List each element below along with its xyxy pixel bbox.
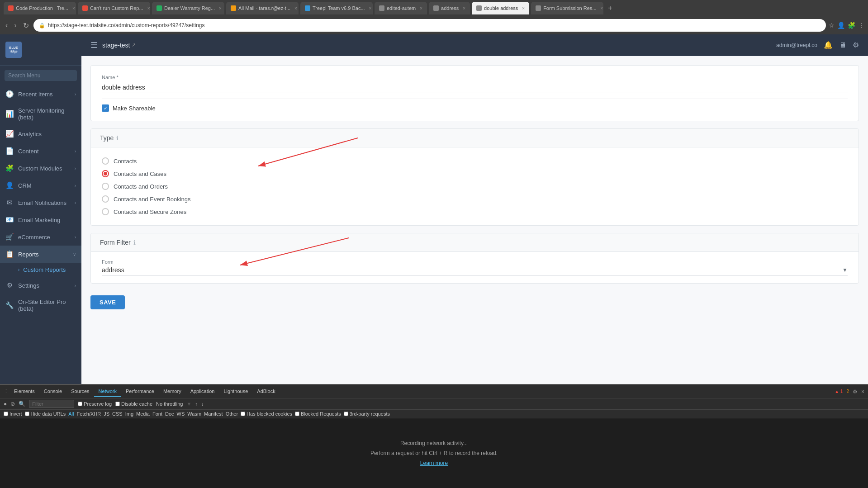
browser-tab-5[interactable]: Treepl Team v6.9 Bac... × (300, 2, 373, 14)
browser-tab-7[interactable]: address × (429, 2, 470, 14)
filter-media[interactable]: Media (136, 411, 150, 417)
radio-circle-contacts-cases[interactable] (102, 170, 109, 177)
form-filter-info-icon[interactable]: ℹ (133, 239, 136, 246)
browser-tab-3[interactable]: Dealer Warranty Reg... × (152, 2, 224, 14)
address-bar[interactable]: 🔒 https://stage-test.trialsite.co/admin/… (33, 19, 826, 32)
reload-button[interactable]: ↻ (21, 19, 31, 32)
sidebar-item-analytics[interactable]: 📈 Analytics (0, 125, 81, 142)
gear-icon[interactable]: ⚙ (853, 41, 859, 49)
search-menu-input[interactable] (5, 70, 77, 81)
filter-css[interactable]: CSS (112, 411, 123, 417)
browser-tab-8[interactable]: double address × (472, 2, 529, 14)
sidebar-item-on-site-editor[interactable]: 🔧 On-Site Editor Pro (beta) (0, 294, 81, 317)
devtools-tab-elements[interactable]: Elements (9, 387, 39, 397)
radio-circle-contacts-secure[interactable] (102, 208, 109, 215)
filter-all[interactable]: All (68, 411, 74, 417)
filter-doc[interactable]: Doc (165, 411, 174, 417)
display-icon[interactable]: 🖥 (839, 41, 846, 49)
hamburger-menu-icon[interactable]: ☰ (90, 40, 98, 50)
devtools-tab-adblock[interactable]: AdBlock (252, 387, 280, 397)
radio-item-contacts-orders[interactable]: Contacts and Orders (102, 180, 848, 193)
tab-close-3[interactable]: × (219, 6, 222, 11)
radio-item-contacts-cases[interactable]: Contacts and Cases (102, 167, 848, 180)
sidebar-item-ecommerce[interactable]: 🛒 eCommerce › (0, 228, 81, 246)
tab-close-6[interactable]: × (420, 6, 422, 11)
filter-invert[interactable]: Invert (4, 411, 22, 417)
extensions-icon[interactable]: 🧩 (848, 22, 855, 29)
filter-blocked-requests[interactable]: Blocked Requests (295, 411, 341, 417)
devtools-filter-input[interactable] (29, 400, 74, 408)
save-button[interactable]: SAVE (90, 295, 125, 309)
tab-close-5[interactable]: × (369, 6, 372, 11)
sidebar-item-settings[interactable]: ⚙ Settings › (0, 277, 81, 294)
devtools-search-icon[interactable]: 🔍 (19, 401, 25, 407)
devtools-dock-icon[interactable]: ⋮ (4, 389, 9, 394)
radio-circle-contacts[interactable] (102, 157, 109, 165)
filter-other[interactable]: Other (226, 411, 238, 417)
filter-ws[interactable]: WS (177, 411, 185, 417)
tab-close-4[interactable]: × (294, 6, 297, 11)
devtools-learn-more-link[interactable]: Learn more (420, 460, 448, 466)
radio-circle-contacts-event[interactable] (102, 195, 109, 203)
devtools-settings-icon[interactable]: ⚙ (853, 389, 858, 395)
devtools-clear-icon[interactable]: ⊘ (10, 401, 15, 407)
devtools-tab-network[interactable]: Network (94, 387, 121, 397)
sidebar-item-crm[interactable]: 👤 CRM › (0, 177, 81, 194)
sidebar-item-recent-items[interactable]: 🕐 Recent Items › (0, 85, 81, 103)
back-button[interactable]: ‹ (4, 19, 9, 31)
tab-close-1[interactable]: × (72, 6, 75, 11)
form-dropdown-arrow-icon[interactable]: ▼ (842, 267, 848, 273)
tab-close-9[interactable]: × (601, 6, 603, 11)
filter-fetch-xhr[interactable]: Fetch/XHR (76, 411, 101, 417)
profile-icon[interactable]: 👤 (837, 22, 845, 29)
tab-close-8[interactable]: × (522, 6, 525, 11)
type-info-icon[interactable]: ℹ (116, 135, 119, 142)
devtools-nav-icon[interactable]: ↑ (195, 401, 198, 407)
filter-blocked-cookies[interactable]: Has blocked cookies (241, 411, 292, 417)
name-input[interactable] (102, 82, 848, 93)
filter-hide-data-urls[interactable]: Hide data URLs (25, 411, 66, 417)
devtools-close-icon[interactable]: × (861, 389, 864, 395)
devtools-tab-console[interactable]: Console (39, 387, 66, 397)
browser-tab-4[interactable]: All Mail - taras.r@ez-t... × (226, 2, 299, 14)
sidebar-item-custom-modules[interactable]: 🧩 Custom Modules › (0, 160, 81, 177)
filter-js[interactable]: JS (104, 411, 109, 417)
disable-cache-checkbox[interactable]: Disable cache (115, 401, 152, 407)
sidebar-item-email-marketing[interactable]: 📧 Email Marketing (0, 211, 81, 228)
preserve-log-checkbox[interactable]: Preserve log (78, 401, 112, 407)
radio-circle-contacts-orders[interactable] (102, 183, 109, 190)
devtools-tab-memory[interactable]: Memory (159, 387, 186, 397)
sidebar-item-content[interactable]: 📄 Content › (0, 142, 81, 160)
browser-tab-6[interactable]: edited-autem × (375, 2, 427, 14)
filter-wasm[interactable]: Wasm (187, 411, 201, 417)
browser-tab-9[interactable]: Form Submission Res... × (531, 2, 603, 14)
tab-close-2[interactable]: × (147, 6, 150, 11)
devtools-record-icon[interactable]: ● (4, 401, 7, 407)
bookmark-icon[interactable]: ☆ (829, 22, 835, 29)
sidebar-item-reports[interactable]: 📋 Reports ∨ (0, 246, 81, 263)
devtools-tab-sources[interactable]: Sources (66, 387, 94, 397)
devtools-down-icon[interactable]: ↓ (201, 401, 204, 407)
devtools-tab-application[interactable]: Application (186, 387, 219, 397)
filter-font[interactable]: Font (152, 411, 162, 417)
filter-manifest[interactable]: Manifest (204, 411, 223, 417)
browser-tab-2[interactable]: Can't run Custom Rep... × (78, 2, 150, 14)
sidebar-subitem-custom-reports[interactable]: › Custom Reports (0, 263, 81, 277)
radio-item-contacts[interactable]: Contacts (102, 155, 848, 167)
sidebar-item-email-notifications[interactable]: ✉ Email Notifications › (0, 194, 81, 211)
forward-button[interactable]: › (12, 19, 18, 31)
browser-tab-1[interactable]: Code Production | Tre... × (4, 2, 76, 14)
radio-item-contacts-event-bookings[interactable]: Contacts and Event Bookings (102, 193, 848, 205)
filter-img[interactable]: Img (125, 411, 133, 417)
make-shareable-checkbox[interactable]: ✓ (102, 104, 109, 112)
menu-icon[interactable]: ⋮ (858, 22, 864, 29)
notification-bell-icon[interactable]: 🔔 (824, 41, 833, 49)
new-tab-button[interactable]: + (605, 4, 615, 12)
filter-3rd-party[interactable]: 3rd-party requests (344, 411, 390, 417)
devtools-tab-lighthouse[interactable]: Lighthouse (219, 387, 252, 397)
sidebar-item-server-monitoring[interactable]: 📊 Server Monitoring (beta) (0, 103, 81, 125)
tab-close-7[interactable]: × (463, 6, 465, 11)
devtools-tab-performance[interactable]: Performance (121, 387, 159, 397)
external-link-icon[interactable]: ↗ (132, 42, 136, 48)
radio-item-contacts-secure-zones[interactable]: Contacts and Secure Zones (102, 205, 848, 218)
